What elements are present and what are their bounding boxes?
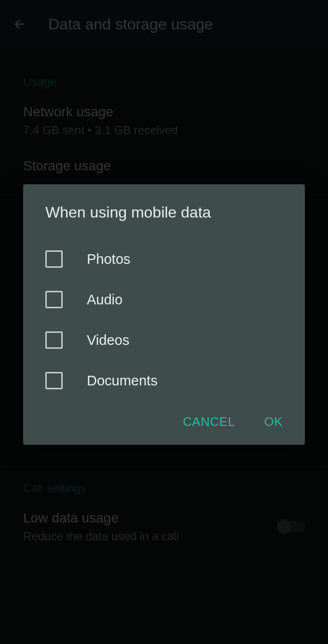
ok-button[interactable]: OK <box>264 414 283 429</box>
checkbox-icon[interactable] <box>45 250 63 268</box>
option-label: Videos <box>87 332 129 348</box>
option-label: Photos <box>87 251 130 267</box>
cancel-button[interactable]: CANCEL <box>183 414 235 429</box>
checkbox-icon[interactable] <box>45 372 63 389</box>
option-videos[interactable]: Videos <box>23 320 305 360</box>
dialog-title: When using mobile data <box>23 204 305 221</box>
dialog-actions: CANCEL OK <box>23 401 305 433</box>
option-audio[interactable]: Audio <box>23 279 305 320</box>
option-photos[interactable]: Photos <box>23 239 305 279</box>
checkbox-icon[interactable] <box>45 331 63 349</box>
option-documents[interactable]: Documents <box>23 360 305 401</box>
option-label: Audio <box>87 292 123 308</box>
mobile-data-dialog: When using mobile data Photos Audio Vide… <box>23 184 305 445</box>
checkbox-icon[interactable] <box>45 291 63 308</box>
option-label: Documents <box>87 373 158 389</box>
